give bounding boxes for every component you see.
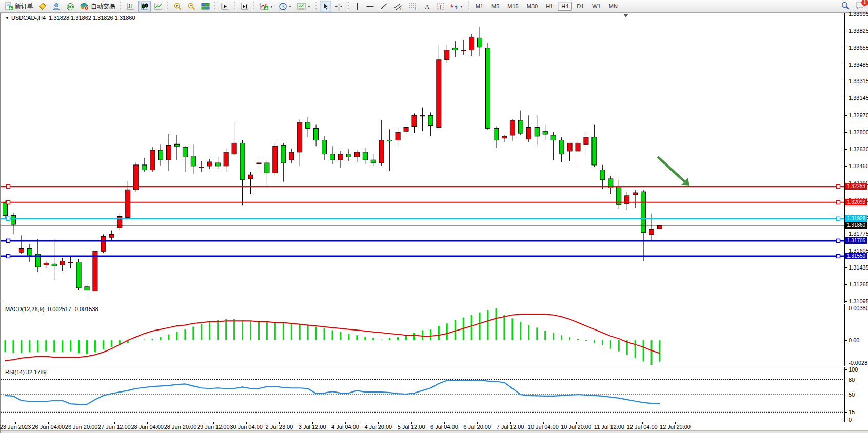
bull-candle[interactable] xyxy=(437,60,441,128)
bear-candle[interactable] xyxy=(85,287,89,290)
line-endpoint-marker[interactable] xyxy=(837,254,840,258)
autotrading-button[interactable]: 自动交易 xyxy=(78,1,117,12)
community-button[interactable] xyxy=(50,1,63,12)
rsi-chart[interactable] xyxy=(1,367,844,422)
bear-candle[interactable] xyxy=(142,165,147,170)
candlestick-chart[interactable] xyxy=(1,13,844,303)
bull-candle[interactable] xyxy=(633,193,638,195)
bull-candle[interactable] xyxy=(93,251,97,291)
bull-candle[interactable] xyxy=(257,163,261,164)
bear-candle[interactable] xyxy=(27,248,32,255)
bear-candle[interactable] xyxy=(3,202,8,215)
bear-candle[interactable] xyxy=(518,120,523,133)
bull-candle[interactable] xyxy=(109,234,114,237)
trendline-button[interactable] xyxy=(378,1,390,12)
line-endpoint-marker[interactable] xyxy=(7,184,10,188)
bull-candle[interactable] xyxy=(567,143,572,151)
bull-candle[interactable] xyxy=(44,263,48,265)
bull-candle[interactable] xyxy=(207,162,212,166)
bear-candle[interactable] xyxy=(559,140,564,154)
arrows-button[interactable]: ▼ xyxy=(448,1,465,12)
bull-candle[interactable] xyxy=(510,120,515,135)
macd-axis[interactable]: 0.0038050.00-0.002818 xyxy=(844,304,868,366)
bull-candle[interactable] xyxy=(658,225,662,229)
timeframe-d1-button[interactable]: D1 xyxy=(573,2,587,11)
bull-candle[interactable] xyxy=(445,50,449,60)
bull-candle[interactable] xyxy=(248,175,253,179)
bear-candle[interactable] xyxy=(428,115,433,125)
bull-candle[interactable] xyxy=(526,127,531,139)
timeframe-h1-button[interactable]: H1 xyxy=(542,2,557,11)
line-endpoint-marker[interactable] xyxy=(7,254,10,258)
price-chart-pane[interactable]: ▼USDCAD-,H4 1.31828 1.31862 1.31826 1.31… xyxy=(1,13,844,303)
bull-candle[interactable] xyxy=(576,143,580,151)
chevron-down-icon[interactable]: ▼ xyxy=(460,5,463,8)
bull-candle[interactable] xyxy=(289,152,294,160)
chart-shift-button[interactable] xyxy=(238,1,251,12)
bull-candle[interactable] xyxy=(150,150,155,170)
bear-candle[interactable] xyxy=(159,150,163,160)
bull-candle[interactable] xyxy=(232,143,236,154)
bull-candle[interactable] xyxy=(273,146,278,173)
bear-candle[interactable] xyxy=(600,170,605,180)
macd-pane[interactable]: MACD(12,26,9) -0.002517 -0.001538 xyxy=(1,304,844,366)
periods-button[interactable]: ▼ xyxy=(277,1,294,12)
zoom-in-button[interactable] xyxy=(171,1,184,12)
bull-candle[interactable] xyxy=(354,152,359,157)
bear-candle[interactable] xyxy=(592,137,597,165)
chevron-down-icon[interactable]: ▼ xyxy=(307,5,311,8)
bull-candle[interactable] xyxy=(420,115,425,116)
indicators-button[interactable]: ▼ xyxy=(258,1,275,12)
bull-candle[interactable] xyxy=(469,37,474,50)
templates-button[interactable]: ▼ xyxy=(295,1,313,12)
bull-candle[interactable] xyxy=(412,115,417,126)
line-endpoint-marker[interactable] xyxy=(7,239,10,242)
chevron-down-icon[interactable]: ▼ xyxy=(288,5,292,8)
timeframe-h4-button[interactable]: H4 xyxy=(558,2,572,11)
bull-candle[interactable] xyxy=(584,137,588,145)
bull-candle[interactable] xyxy=(60,261,65,265)
bear-candle[interactable] xyxy=(453,48,458,50)
bear-candle[interactable] xyxy=(641,192,646,232)
rsi-pane[interactable]: RSI(14) 32.1789 xyxy=(1,367,844,422)
timeframe-m15-button[interactable]: M15 xyxy=(504,2,522,11)
bear-candle[interactable] xyxy=(363,152,367,160)
bear-candle[interactable] xyxy=(314,128,319,140)
chart-menu-triangle-icon[interactable]: ▼ xyxy=(5,16,9,20)
bull-candle[interactable] xyxy=(404,127,408,131)
bear-candle[interactable] xyxy=(265,163,269,173)
notifications-icon[interactable]: 1 xyxy=(855,1,865,12)
metaquotes-button[interactable] xyxy=(36,1,49,12)
zoom-out-button[interactable] xyxy=(185,1,198,12)
bull-candle[interactable] xyxy=(167,145,171,160)
candle-chart-mode-button[interactable] xyxy=(138,1,151,12)
bear-candle[interactable] xyxy=(486,48,490,129)
fibonacci-button[interactable]: F xyxy=(406,1,420,12)
bear-candle[interactable] xyxy=(551,135,556,140)
crosshair-button[interactable] xyxy=(332,1,345,12)
line-endpoint-marker[interactable] xyxy=(7,200,10,204)
tile-windows-button[interactable] xyxy=(199,1,212,12)
text-button[interactable]: A xyxy=(421,1,433,12)
timeframe-mn-button[interactable]: MN xyxy=(605,2,621,11)
line-endpoint-marker[interactable] xyxy=(837,200,840,204)
bear-candle[interactable] xyxy=(240,143,245,180)
bull-candle[interactable] xyxy=(101,236,106,251)
bull-candle[interactable] xyxy=(199,167,204,168)
chevron-down-icon[interactable]: ▼ xyxy=(270,5,273,8)
bear-candle[interactable] xyxy=(215,163,220,166)
auto-scroll-button[interactable] xyxy=(219,1,231,12)
bear-candle[interactable] xyxy=(174,144,179,146)
bull-candle[interactable] xyxy=(502,136,506,138)
bear-candle[interactable] xyxy=(371,160,376,163)
vertical-line-button[interactable] xyxy=(352,1,363,12)
bear-candle[interactable] xyxy=(387,140,392,141)
bear-candle[interactable] xyxy=(330,154,335,160)
equidistant-channel-button[interactable]: E xyxy=(391,1,405,12)
bear-candle[interactable] xyxy=(52,264,56,266)
bull-candle[interactable] xyxy=(338,154,343,160)
bull-candle[interactable] xyxy=(379,140,384,163)
bear-candle[interactable] xyxy=(322,140,327,154)
line-chart-mode-button[interactable] xyxy=(152,1,165,12)
line-endpoint-marker[interactable] xyxy=(7,217,10,220)
